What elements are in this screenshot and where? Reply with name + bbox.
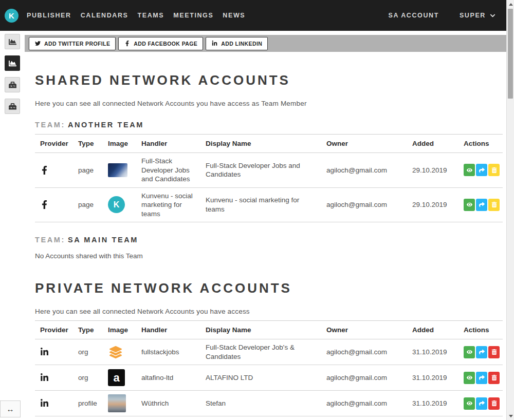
nav-item-news[interactable]: NEWS [223,9,245,22]
sidebar-toolbox-button-3[interactable] [5,77,20,92]
actions-cell [458,391,503,416]
user-menu-label: SUPER [460,12,486,19]
provider-cell [35,416,73,420]
trash-icon [491,400,497,406]
handler-cell: Wüthrich [136,391,200,416]
display-name-cell: Kunvenu - social marketing for teams [200,187,321,222]
nav-item-sa-account[interactable]: SA ACCOUNT [389,9,439,22]
private-accounts-table: ProviderTypeImageHandlerDisplay NameOwne… [35,320,503,420]
add-twitter-button[interactable]: ADD TWITTER PROFILE [29,37,116,50]
button-label: ADD FACEBOOK PAGE [134,41,197,47]
added-cell: 29.10.2019 [407,187,458,222]
added-cell: 31.10.2019 [407,365,458,391]
unshare-button[interactable] [488,199,500,211]
nav-item-calendars[interactable]: CALENDARS [81,9,128,22]
share-button[interactable] [476,372,487,384]
nav-right: SA ACCOUNT SUPER [389,9,495,22]
share-icon [479,375,485,380]
chart-icon [9,38,16,46]
share-button[interactable] [476,397,487,410]
shared-accounts-table: ProviderTypeImageHandlerDisplay NameOwne… [35,134,503,222]
team-label: TEAM: [35,236,65,244]
account-row: orgaaltafino-ltdALTAFINO LTDagiloch@gmai… [35,365,503,391]
column-header-type: Type [73,135,103,153]
view-button[interactable] [464,199,475,211]
sidebar-chart-button-2[interactable] [5,55,20,71]
facebook-icon [40,200,71,209]
scroll-up-button[interactable] [507,0,514,8]
eye-icon [467,400,472,406]
added-cell: 29.10.2019 [407,153,458,188]
display-name-cell: Stefan [200,391,321,416]
account-row: profileWüthrichStefanagiloch@gmail.com31… [35,391,503,416]
share-button[interactable] [476,164,487,176]
column-header-image: Image [103,321,136,339]
share-icon [479,167,485,173]
app-logo[interactable]: K [5,9,19,23]
type-cell [73,416,103,420]
nav-item-publisher[interactable]: PUBLISHER [27,9,71,22]
type-cell: page [73,153,103,188]
nav-item-teams[interactable]: TEAMS [138,9,164,22]
column-header-owner: Owner [321,321,407,339]
add-linkedin-button[interactable]: ADD LINKEDIN [206,37,268,50]
added-cell: 30.10.2019 [407,416,458,420]
shared-section-title: SHARED NETWORK ACCOUNTS [35,72,510,88]
image-cell [103,339,136,365]
column-header-handler: Handler [136,135,200,153]
actions-cell [458,187,503,222]
provider-cell [35,187,73,222]
column-header-provider: Provider [35,135,73,153]
sidebar-chart-button-1[interactable] [5,34,20,49]
view-button[interactable] [464,164,475,176]
account-row: pageKKunvenu - social marketing for team… [35,187,503,222]
share-icon [479,349,485,355]
button-label: ADD LINKEDIN [221,41,262,47]
team-heading-another-team: TEAM:ANOTHER TEAM [35,121,510,129]
shared-accounts-section: SHARED NETWORK ACCOUNTS Here you can see… [35,72,510,260]
account-image-photo-stefan [108,394,126,412]
column-header-type: Type [73,321,103,339]
column-header-owner: Owner [321,135,407,153]
type-cell: page [73,187,103,222]
scroll-down-button[interactable] [507,412,514,420]
share-icon [479,202,485,207]
column-header-handler: Handler [136,321,200,339]
left-sidebar [0,31,25,420]
share-button[interactable] [476,346,487,358]
scrollbar[interactable] [506,0,514,420]
add-facebook-button[interactable]: ADD FACEBOOK PAGE [118,37,203,50]
delete-button[interactable] [488,346,500,358]
handler-cell: kunvenu [136,416,200,420]
facebook-icon [124,41,131,46]
toolbar: ADD TWITTER PROFILEADD FACEBOOK PAGEADD … [25,35,510,52]
delete-button[interactable] [488,372,500,384]
unshare-button[interactable] [488,164,500,176]
twitter-icon [34,41,41,46]
linkedin-icon [40,348,71,356]
display-name-cell: ALTAFINO LTD [200,365,321,391]
handler-cell: altafino-ltd [136,365,200,391]
column-header-actions: Actions [458,135,503,153]
share-icon [479,400,485,406]
nav-item-meetings[interactable]: MEETINGS [173,9,213,22]
sidebar-toolbox-button-4[interactable] [5,99,20,114]
actions-cell [458,365,503,391]
view-button[interactable] [464,346,475,358]
toolbox-icon [9,103,16,110]
user-menu[interactable]: SUPER [460,9,495,22]
owner-cell: agiloch@gmail.com [321,187,407,222]
image-cell: a [103,365,136,391]
handler-cell: Full-Stack Developer Jobs and Candidates [136,153,200,188]
actions-cell [458,153,503,188]
sidebar-expand-button[interactable]: ↔ [0,400,21,417]
view-button[interactable] [464,397,475,410]
view-button[interactable] [464,372,475,384]
account-image-logo-altafino: a [108,369,125,386]
scrollbar-thumb[interactable] [508,9,513,99]
delete-button[interactable] [488,397,500,410]
toolbox-icon [9,81,16,89]
shared-section-description: Here you can see all connected Network A… [35,100,510,107]
provider-cell [35,391,73,416]
share-button[interactable] [476,199,487,211]
